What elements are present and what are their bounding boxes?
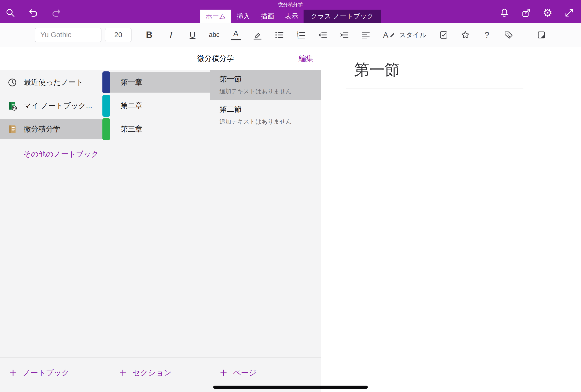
font-name-select[interactable]: Yu Gothic <box>35 28 101 42</box>
add-notebook-label: ノートブック <box>23 368 69 378</box>
notebook-item-my-notebooks[interactable]: マイ ノートブック... <box>0 96 110 116</box>
notebooks-footer: ノートブック <box>0 358 110 392</box>
brush-icon <box>389 32 396 38</box>
font-name-value: Yu Gothic <box>40 31 71 39</box>
tab-draw[interactable]: 描画 <box>255 10 279 23</box>
notebook-item-calculus[interactable]: 微分積分学 <box>0 119 110 139</box>
highlighter-button[interactable] <box>247 25 268 44</box>
settings-button[interactable]: ⚙ <box>543 8 553 18</box>
underline-button[interactable]: U <box>182 25 203 44</box>
svg-text:3: 3 <box>297 36 298 40</box>
add-section-button[interactable]: セクション <box>119 368 172 378</box>
bold-icon: B <box>146 30 152 40</box>
font-color-swatch <box>231 39 241 40</box>
plus-icon <box>219 368 228 377</box>
todo-checkbox-button[interactable] <box>433 25 455 44</box>
add-page-button[interactable]: ページ <box>219 368 256 378</box>
page-note-view-button[interactable] <box>531 25 552 44</box>
pages-panel: 第一節 追加テキストはありません 第二節 追加テキストはありません ページ <box>210 70 321 392</box>
font-color-icon: A <box>233 30 238 38</box>
section-item[interactable]: 第一章 <box>110 72 210 92</box>
notebook-color-tab <box>102 118 110 140</box>
tab-home[interactable]: ホーム <box>200 10 231 23</box>
styles-label: スタイル <box>399 30 426 40</box>
bold-button[interactable]: B <box>138 25 160 44</box>
numbered-list-icon: 1 2 3 <box>296 30 306 40</box>
outdent-button[interactable] <box>312 25 333 44</box>
more-notebooks-link[interactable]: その他のノートブック <box>23 149 99 159</box>
notebook-label: マイ ノートブック... <box>24 101 92 111</box>
title-divider <box>346 88 523 88</box>
expand-icon <box>564 8 574 18</box>
tab-class-notebook[interactable]: クラス ノートブック <box>304 10 381 23</box>
home-indicator[interactable] <box>213 386 368 389</box>
page-item[interactable]: 第一節 追加テキストはありません <box>210 70 321 100</box>
notebook-label: 最近使ったノート <box>24 77 83 88</box>
question-icon: ? <box>485 30 489 40</box>
notebook-sync-icon <box>7 101 17 111</box>
notifications-button[interactable] <box>500 8 509 18</box>
align-icon <box>361 30 371 40</box>
tab-insert[interactable]: 挿入 <box>231 10 255 23</box>
section-item[interactable]: 第二章 <box>110 96 210 116</box>
notebook-color-tab <box>102 72 110 93</box>
page-item-title: 第一節 <box>219 74 321 84</box>
tag-button[interactable] <box>498 25 520 44</box>
undo-icon <box>28 8 38 18</box>
redo-button[interactable] <box>51 8 61 18</box>
search-icon <box>5 8 15 18</box>
fullscreen-button[interactable] <box>564 8 574 18</box>
section-item[interactable]: 第三章 <box>110 119 210 139</box>
page-canvas[interactable]: 第一節 <box>321 47 581 392</box>
notebook-color-tab <box>102 95 110 117</box>
share-button[interactable] <box>521 8 531 18</box>
italic-button[interactable]: I <box>160 25 182 44</box>
plus-icon <box>9 368 17 377</box>
pages-list: 第一節 追加テキストはありません 第二節 追加テキストはありません <box>210 70 321 358</box>
add-notebook-button[interactable]: ノートブック <box>9 368 69 378</box>
plus-icon <box>119 368 127 377</box>
search-button[interactable] <box>5 8 15 18</box>
gear-icon: ⚙ <box>543 8 553 18</box>
font-color-button[interactable]: A <box>225 25 247 44</box>
notebooks-panel: 最近使ったノート マイ ノートブック... <box>0 47 110 392</box>
onenote-app: 微分積分学 ホーム 挿入 描画 表示 クラス ノートブック ⚙ <box>0 0 581 392</box>
topbar-right-actions: ⚙ <box>500 0 574 23</box>
section-label: 第一章 <box>120 77 142 88</box>
bullet-list-button[interactable] <box>268 25 290 44</box>
sections-panel: 第一章 第二章 第三章 セクション <box>110 70 210 392</box>
styles-button[interactable]: A スタイル <box>383 25 426 44</box>
important-star-button[interactable] <box>455 25 476 44</box>
notebooks-panel-header <box>0 47 110 70</box>
outdent-icon <box>318 30 327 40</box>
add-page-label: ページ <box>233 368 256 378</box>
notebook-label: 微分積分学 <box>24 124 60 134</box>
tab-view[interactable]: 表示 <box>279 10 304 23</box>
section-label: 第三章 <box>120 124 142 134</box>
redo-icon <box>51 8 61 18</box>
edit-button[interactable]: 編集 <box>299 47 313 70</box>
formatting-toolbar: Yu Gothic 20 B I U abc A <box>0 23 581 47</box>
font-size-select[interactable]: 20 <box>105 28 131 42</box>
notebook-title: 微分積分学 <box>197 54 234 64</box>
strikethrough-icon: abc <box>209 31 220 39</box>
strikethrough-button[interactable]: abc <box>203 25 225 44</box>
page-item-subtitle: 追加テキストはありません <box>219 88 321 95</box>
tag-icon <box>504 30 513 40</box>
notebooks-list: 最近使ったノート マイ ノートブック... <box>0 70 110 358</box>
question-tag-button[interactable]: ? <box>476 25 498 44</box>
indent-button[interactable] <box>333 25 355 44</box>
checkbox-icon <box>439 30 448 40</box>
page-item[interactable]: 第二節 追加テキストはありません <box>210 100 321 130</box>
indent-icon <box>340 30 349 40</box>
window-title: 微分積分学 <box>0 1 581 8</box>
numbered-list-button[interactable]: 1 2 3 <box>290 25 312 44</box>
align-button[interactable] <box>355 25 377 44</box>
toolbar-divider <box>525 28 525 42</box>
italic-icon: I <box>169 30 173 40</box>
undo-button[interactable] <box>28 8 38 18</box>
page-title[interactable]: 第一節 <box>354 61 400 78</box>
notebook-item-recent[interactable]: 最近使ったノート <box>0 72 110 92</box>
page-item-subtitle: 追加テキストはありません <box>219 118 321 126</box>
page-corner-icon <box>537 30 546 40</box>
